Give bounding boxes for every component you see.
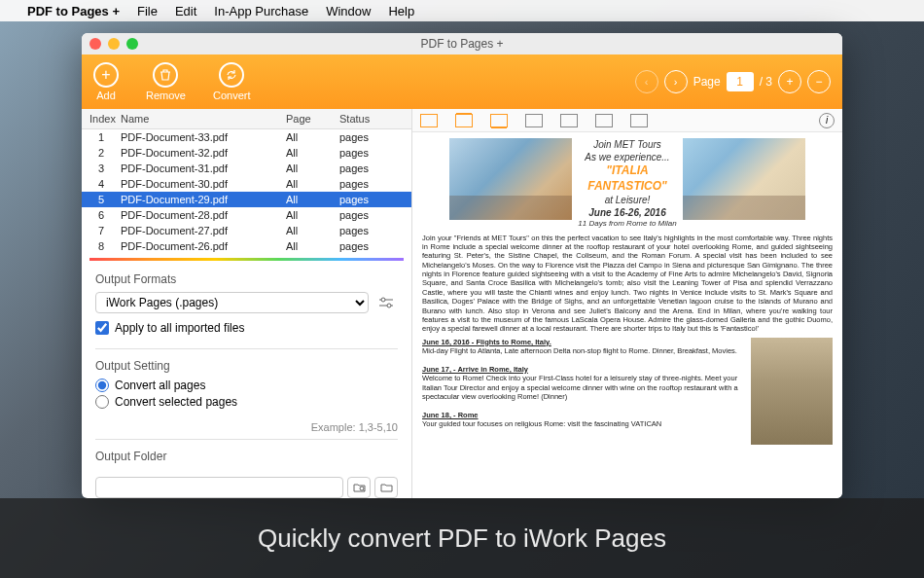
convert-all-label: Convert all pages bbox=[115, 379, 205, 392]
output-folder-section: Output Folder bbox=[82, 446, 411, 477]
preview-panel: i Join MET Tours As we experience... "IT… bbox=[412, 109, 842, 498]
divider bbox=[95, 348, 398, 349]
table-row[interactable]: 4PDF-Document-30.pdfAllpages bbox=[82, 176, 411, 192]
marketing-caption: Quickly convert PDF to iWork Pages bbox=[258, 524, 666, 554]
convert-label: Convert bbox=[213, 90, 251, 101]
table-row[interactable]: 7PDF-Document-27.pdfAllpages bbox=[82, 223, 411, 238]
header-status[interactable]: Status bbox=[339, 113, 403, 125]
crop-reset-icon[interactable] bbox=[595, 114, 613, 127]
page-total: / 3 bbox=[760, 75, 772, 89]
table-row[interactable]: 3PDF-Document-31.pdfAllpages bbox=[82, 161, 411, 176]
remove-button[interactable]: Remove bbox=[146, 62, 186, 101]
crop-left-icon[interactable] bbox=[525, 114, 543, 127]
menu-window[interactable]: Window bbox=[326, 4, 371, 18]
app-window: PDF to Pages + + Add Remove Convert ‹ › … bbox=[82, 33, 842, 498]
convert-all-radio-row[interactable]: Convert all pages bbox=[95, 379, 398, 392]
zoom-in-button[interactable]: + bbox=[778, 70, 801, 93]
convert-selected-label: Convert selected pages bbox=[115, 395, 237, 409]
crop-right-icon[interactable] bbox=[560, 114, 578, 127]
crop-full-icon[interactable] bbox=[420, 114, 438, 127]
table-row[interactable]: 1PDF-Document-33.pdfAllpages bbox=[82, 129, 411, 145]
window-titlebar: PDF to Pages + bbox=[82, 33, 842, 54]
hero-image-rome bbox=[449, 138, 572, 220]
output-folder-title: Output Folder bbox=[95, 450, 398, 463]
browse-folder-button[interactable] bbox=[374, 477, 398, 498]
doc-intro: Join your "Friends at MET Tours" on this… bbox=[422, 234, 833, 334]
convert-selected-radio[interactable] bbox=[95, 395, 109, 409]
example-text: Example: 1,3-5,10 bbox=[82, 421, 411, 433]
crop-custom-icon[interactable] bbox=[630, 114, 648, 127]
left-panel: Index Name Page Status 1PDF-Document-33.… bbox=[82, 109, 412, 498]
divider-2 bbox=[95, 439, 398, 440]
apply-all-checkbox[interactable] bbox=[95, 321, 109, 335]
hero-image-venice bbox=[683, 138, 805, 220]
format-settings-button[interactable] bbox=[374, 292, 398, 313]
table-row[interactable]: 8PDF-Document-26.pdfAllpages bbox=[82, 238, 411, 254]
format-select[interactable]: iWork Pages (.pages) bbox=[95, 292, 369, 313]
table-row[interactable]: 6PDF-Document-28.pdfAllpages bbox=[82, 207, 411, 223]
system-menubar: PDF to Pages + File Edit In-App Purchase… bbox=[0, 0, 924, 21]
zoom-out-button[interactable]: − bbox=[807, 70, 831, 93]
main-content: Index Name Page Status 1PDF-Document-33.… bbox=[82, 109, 842, 498]
menu-iap[interactable]: In-App Purchase bbox=[214, 4, 308, 18]
doc-schedule: June 16, 2016 - Flights to Rome, Italy.M… bbox=[422, 338, 745, 445]
svg-point-2 bbox=[381, 298, 385, 302]
reveal-folder-button[interactable] bbox=[347, 477, 371, 498]
output-folder-input[interactable] bbox=[95, 477, 343, 498]
marketing-caption-bar: Quickly convert PDF to iWork Pages bbox=[0, 498, 924, 578]
table-row[interactable]: 5PDF-Document-29.pdfAllpages bbox=[82, 192, 411, 207]
menubar-app-name[interactable]: PDF to Pages + bbox=[27, 4, 120, 18]
add-label: Add bbox=[96, 90, 116, 101]
page-label: Page bbox=[693, 75, 721, 89]
menu-file[interactable]: File bbox=[137, 4, 158, 18]
refresh-icon bbox=[219, 62, 244, 88]
header-index[interactable]: Index bbox=[82, 113, 121, 125]
crop-toolbar: i bbox=[412, 109, 842, 132]
main-toolbar: + Add Remove Convert ‹ › Page / 3 + − bbox=[82, 54, 842, 109]
next-page-button[interactable]: › bbox=[664, 70, 688, 93]
apply-all-label: Apply to all imported files bbox=[115, 321, 244, 335]
page-number-input[interactable] bbox=[727, 72, 754, 91]
output-setting-section: Output Setting Convert all pages Convert… bbox=[82, 355, 411, 419]
output-formats-title: Output Formats bbox=[95, 272, 398, 286]
header-name[interactable]: Name bbox=[121, 113, 286, 125]
prev-page-button[interactable]: ‹ bbox=[635, 70, 658, 93]
convert-selected-radio-row[interactable]: Convert selected pages bbox=[95, 395, 398, 409]
header-page[interactable]: Page bbox=[286, 113, 339, 125]
table-row[interactable]: 2PDF-Document-32.pdfAllpages bbox=[82, 145, 411, 161]
page-navigation: ‹ › Page / 3 + − bbox=[635, 70, 831, 93]
menu-help[interactable]: Help bbox=[388, 4, 414, 18]
file-list: 1PDF-Document-33.pdfAllpages2PDF-Documen… bbox=[82, 129, 411, 254]
crop-top-icon[interactable] bbox=[455, 114, 473, 127]
table-header: Index Name Page Status bbox=[82, 109, 411, 129]
plus-icon: + bbox=[93, 62, 119, 88]
output-formats-section: Output Formats iWork Pages (.pages) Appl… bbox=[82, 269, 411, 343]
rainbow-divider bbox=[89, 258, 404, 261]
svg-point-4 bbox=[360, 487, 364, 490]
add-button[interactable]: + Add bbox=[93, 62, 119, 101]
trash-icon bbox=[153, 62, 178, 88]
convert-all-radio[interactable] bbox=[95, 379, 109, 392]
menu-edit[interactable]: Edit bbox=[175, 4, 196, 18]
convert-button[interactable]: Convert bbox=[213, 62, 251, 101]
schedule-image bbox=[751, 338, 833, 445]
svg-point-3 bbox=[387, 304, 391, 307]
remove-label: Remove bbox=[146, 90, 186, 101]
output-setting-title: Output Setting bbox=[95, 359, 398, 373]
info-button[interactable]: i bbox=[819, 113, 835, 128]
apply-all-checkbox-row[interactable]: Apply to all imported files bbox=[95, 321, 398, 335]
document-preview[interactable]: Join MET Tours As we experience... "ITAL… bbox=[412, 132, 842, 498]
hero-text: Join MET Tours As we experience... "ITAL… bbox=[578, 138, 676, 230]
window-title: PDF to Pages + bbox=[82, 37, 842, 51]
crop-bottom-icon[interactable] bbox=[490, 114, 508, 127]
